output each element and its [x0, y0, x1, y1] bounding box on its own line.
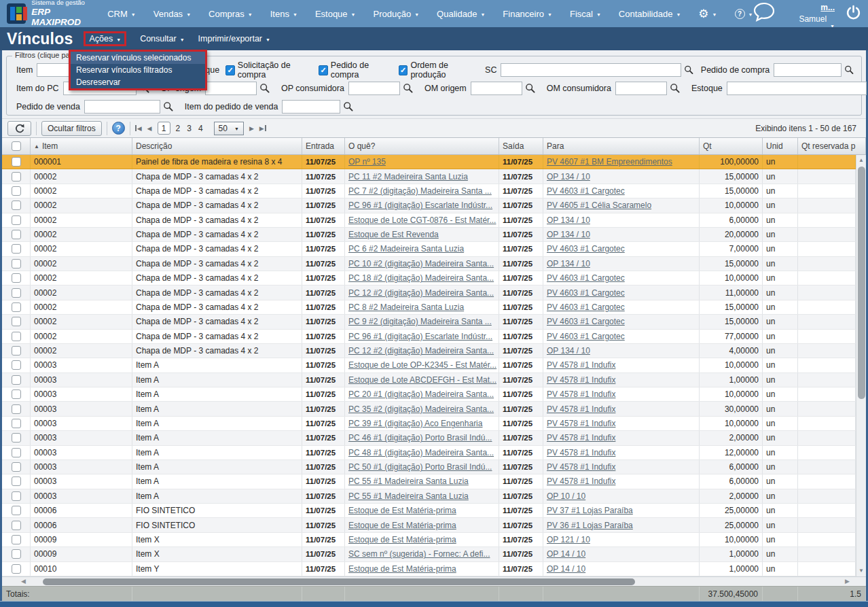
chat-icon[interactable]	[753, 2, 776, 25]
para-link[interactable]: PV 4603 #1 Cargotec	[547, 273, 625, 283]
row-checkbox[interactable]	[12, 535, 21, 544]
topnav-gear-menu[interactable]: ⚙▼	[698, 8, 717, 20]
filter-input-pedido-de-venda[interactable]	[84, 100, 160, 114]
table-row[interactable]: 00002Chapa de MDP - 3 camadas 4 x 211/07…	[2, 213, 856, 228]
search-icon[interactable]	[525, 83, 536, 94]
scroll-up-icon[interactable]: ▲	[856, 156, 866, 165]
menu-imprimir-exportar[interactable]: Imprimir/exportar▼	[198, 34, 270, 44]
topnav-item-itens[interactable]: Itens▼	[270, 9, 297, 19]
para-link[interactable]: PV 4603 #1 Cargotec	[547, 302, 625, 312]
para-link[interactable]: OP 14 / 10	[547, 549, 585, 559]
row-checkbox[interactable]	[12, 389, 21, 399]
para-link[interactable]: OP 10 / 10	[547, 491, 585, 501]
row-checkbox[interactable]	[12, 215, 21, 225]
table-row[interactable]: 00002Chapa de MDP - 3 camadas 4 x 211/07…	[2, 169, 856, 184]
row-checkbox[interactable]	[12, 172, 21, 181]
row-checkbox[interactable]	[12, 317, 21, 326]
column-header-unid[interactable]: Unid	[763, 138, 798, 154]
para-link[interactable]: OP 134 / 10	[547, 230, 590, 239]
oque-link[interactable]: PC 96 #1 (digitação) Escarlate Indústr..…	[348, 201, 492, 210]
column-header-qt-reservada-p[interactable]: Qt reservada p	[798, 138, 866, 154]
oque-link[interactable]: Estoque de Lote ABCDEFGH - Est Mat...	[348, 375, 496, 385]
table-row[interactable]: 00002Chapa de MDP - 3 camadas 4 x 211/07…	[2, 184, 856, 198]
search-icon[interactable]	[343, 101, 354, 112]
table-row[interactable]: 00003Item A11/07/25PC 35 #2 (digitação) …	[2, 402, 856, 416]
search-icon[interactable]	[259, 83, 270, 94]
para-link[interactable]: PV 4603 #1 Cargotec	[547, 186, 625, 196]
last-page-button[interactable]: ▶	[259, 125, 266, 132]
para-link[interactable]: PV 36 #1 Lojas Paraíba	[547, 521, 633, 530]
row-checkbox[interactable]	[12, 201, 21, 210]
oque-link[interactable]: PC 12 #2 (digitação) Madeireira Santa...	[348, 346, 494, 355]
para-link[interactable]: OP 134 / 10	[547, 259, 590, 268]
logout-power-icon[interactable]	[846, 5, 861, 23]
row-checkbox[interactable]	[12, 375, 21, 385]
filter-checkbox-ordem-de-producao[interactable]: ✓Ordem de produção	[399, 60, 478, 80]
filter-input-sc[interactable]	[501, 63, 681, 77]
para-link[interactable]: OP 14 / 10	[547, 564, 585, 574]
oque-link[interactable]: PC 9 #2 (digitação) Madeireira Santa ...	[348, 317, 492, 326]
para-link[interactable]: PV 4578 #1 Indufix	[547, 419, 615, 428]
topnav-item-producao[interactable]: Produção▼	[374, 9, 420, 19]
filter-input-item-do-pedido-de-venda[interactable]	[282, 100, 340, 114]
table-row[interactable]: 00003Item A11/07/25Estoque de Lote OP-K2…	[2, 358, 856, 372]
filter-input-op-consumidora[interactable]	[348, 82, 400, 95]
search-icon[interactable]	[403, 83, 414, 94]
table-row[interactable]: 00003Item A11/07/25PC 50 #1 (digitação) …	[2, 460, 856, 474]
row-checkbox[interactable]	[12, 549, 21, 559]
oque-link[interactable]: Estoque de Est Matéria-prima	[348, 521, 456, 530]
row-checkbox[interactable]	[12, 506, 21, 515]
row-checkbox[interactable]	[12, 433, 21, 443]
table-row[interactable]: 00002Chapa de MDP - 3 camadas 4 x 211/07…	[2, 315, 856, 329]
row-checkbox[interactable]	[12, 157, 21, 167]
table-row[interactable]: 00002Chapa de MDP - 3 camadas 4 x 211/07…	[2, 344, 856, 358]
para-link[interactable]: PV 4605 #1 Célia Scaramelo	[547, 201, 651, 210]
row-checkbox[interactable]	[12, 259, 21, 268]
row-checkbox[interactable]	[12, 448, 21, 457]
page-button-2[interactable]: 2	[175, 124, 182, 133]
oque-link[interactable]: PC 6 #2 Madeireira Santa Luzia	[348, 244, 464, 254]
oque-link[interactable]: OP nº 135	[348, 157, 386, 167]
column-header-entrada[interactable]: Entrada	[302, 138, 345, 154]
column-header-o-que[interactable]: O quê?	[345, 138, 499, 154]
topnav-item-qualidade[interactable]: Qualidade▼	[437, 9, 485, 19]
para-link[interactable]: PV 4578 #1 Indufix	[547, 448, 615, 457]
filter-input-om-origem[interactable]	[471, 82, 522, 95]
table-row[interactable]: 00002Chapa de MDP - 3 camadas 4 x 211/07…	[2, 271, 856, 285]
select-all-checkbox[interactable]	[12, 141, 21, 151]
table-row[interactable]: 00002Chapa de MDP - 3 camadas 4 x 211/07…	[2, 228, 856, 242]
filter-input-om-consumidora[interactable]	[615, 82, 667, 95]
next-page-button[interactable]: ▶	[249, 125, 254, 132]
filter-input-op-origem[interactable]	[205, 82, 257, 95]
row-checkbox[interactable]	[12, 360, 21, 370]
filter-checkbox-pedido-de-compra[interactable]: ✓Pedido de compra	[319, 60, 393, 80]
para-link[interactable]: PV 4603 #1 Cargotec	[547, 244, 625, 254]
topnav-item-fiscal[interactable]: Fiscal▼	[570, 9, 601, 19]
prev-page-button[interactable]: ◀	[147, 125, 152, 132]
row-checkbox[interactable]	[12, 564, 21, 574]
table-row[interactable]: 00003Item A11/07/25PC 55 #1 Madeireira S…	[2, 474, 856, 489]
oque-link[interactable]: PC 7 #2 (digitação) Madeireira Santa ...	[348, 186, 492, 196]
row-checkbox[interactable]	[12, 462, 21, 472]
para-link[interactable]: PV 4603 #1 Cargotec	[547, 288, 625, 298]
first-page-button[interactable]: ◀	[135, 125, 142, 132]
table-row[interactable]: 00003Item A11/07/25PC 48 #1 (digitação) …	[2, 446, 856, 460]
para-link[interactable]: PV 4578 #1 Indufix	[547, 404, 615, 414]
table-row[interactable]: 00003Item A11/07/25PC 39 #1 (digitação) …	[2, 417, 856, 431]
actions-menu-item-reservar-vinculos-filtrados[interactable]: Reservar vínculos filtrados	[71, 64, 205, 76]
app-logo[interactable]: Sistema de gestão ERP MAXIPROD	[7, 0, 90, 28]
search-icon[interactable]	[844, 65, 854, 75]
oque-link[interactable]: PC 39 #1 (digitação) Aco Engenharia	[348, 419, 482, 428]
oque-link[interactable]: PC 18 #2 (digitação) Madeireira Santa...	[348, 273, 494, 283]
table-row[interactable]: 000001Painel de fibra de madeira e resin…	[2, 155, 856, 169]
oque-link[interactable]: PC 46 #1 (digitação) Porto Brasil Indú..…	[348, 433, 492, 443]
oque-link[interactable]: PC 55 #1 Madeireira Santa Luzia	[348, 491, 469, 501]
oque-link[interactable]: Estoque de Est Revenda	[348, 230, 439, 239]
table-row[interactable]: 00002Chapa de MDP - 3 camadas 4 x 211/07…	[2, 242, 856, 256]
para-link[interactable]: PV 4607 #1 BM Empreendimentos	[547, 157, 672, 167]
menu-acoes[interactable]: Ações▼	[84, 31, 126, 46]
row-checkbox[interactable]	[12, 476, 21, 486]
para-link[interactable]: PV 4578 #1 Indufix	[547, 389, 615, 399]
row-checkbox[interactable]	[12, 302, 21, 312]
search-icon[interactable]	[163, 101, 174, 112]
